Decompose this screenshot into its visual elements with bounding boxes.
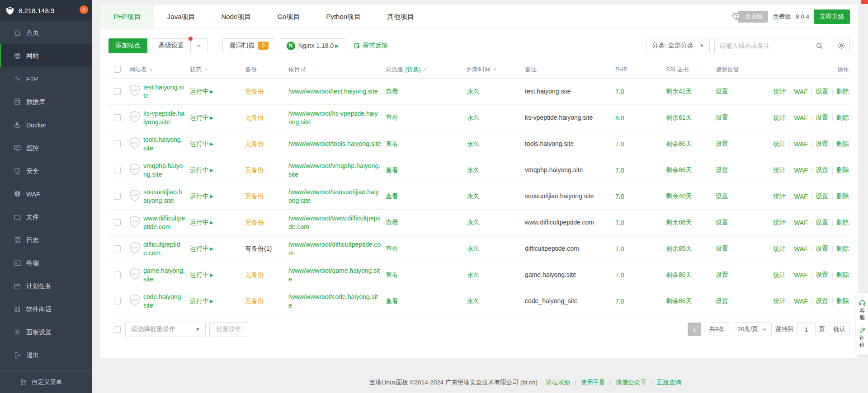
site-note[interactable]: sousuotijiao.haiyong.site: [525, 192, 594, 201]
row-checkbox[interactable]: [114, 88, 121, 95]
sidebar-item-4-database[interactable]: 数据库: [0, 90, 92, 113]
ssl-days-link[interactable]: 剩余86天: [666, 271, 692, 279]
action-设置-link[interactable]: 设置: [816, 114, 828, 122]
footer-link-使用手册[interactable]: 使用手册: [581, 379, 605, 386]
action-统计-link[interactable]: 统计: [773, 114, 786, 122]
action-设置-link[interactable]: 设置: [816, 88, 828, 96]
site-note[interactable]: game.haiyong.site: [525, 271, 576, 279]
action-删除-link[interactable]: 删除: [836, 114, 849, 122]
jump-page-input[interactable]: [797, 323, 816, 336]
action-删除-link[interactable]: 删除: [836, 271, 849, 279]
tab-Node项目[interactable]: Node项目: [208, 5, 264, 29]
site-status-running[interactable]: 运行中: [190, 192, 209, 201]
action-设置-link[interactable]: 设置: [816, 140, 828, 148]
php-version-link[interactable]: 7.0: [615, 193, 624, 200]
action-统计-link[interactable]: 统计: [773, 271, 786, 279]
backup-status-link[interactable]: 无备份: [245, 192, 264, 201]
action-删除-link[interactable]: 删除: [836, 192, 849, 201]
sidebar-item-5-docker[interactable]: Docker: [0, 113, 92, 136]
site-note[interactable]: code_haiyong_site: [525, 297, 578, 305]
backup-status-link[interactable]: 有备份(1): [245, 245, 272, 253]
sidebar-item-6-monitor[interactable]: 监控: [0, 136, 92, 159]
row-checkbox[interactable]: [114, 114, 121, 121]
ssl-days-link[interactable]: 剩余85天: [666, 245, 692, 253]
waf-shield-icon[interactable]: WAF: [129, 294, 140, 308]
ssl-days-link[interactable]: 剩余41天: [666, 88, 692, 96]
ssl-days-link[interactable]: 剩余86天: [666, 219, 692, 227]
sidebar-item-3-ftp-transfer[interactable]: FTP: [0, 67, 92, 90]
row-checkbox[interactable]: [114, 298, 121, 304]
traffic-view-link[interactable]: 查看: [386, 219, 398, 227]
webserver-button[interactable]: N Nginx 1.18.0 ▶: [280, 38, 345, 53]
alert-setting-link[interactable]: 设置: [716, 192, 728, 201]
site-status-running[interactable]: 运行中: [190, 271, 209, 279]
message-count-badge[interactable]: 0: [80, 5, 88, 14]
select-all-checkbox[interactable]: [114, 326, 121, 333]
php-version-link[interactable]: 7.0: [615, 298, 624, 305]
ssl-days-link[interactable]: 剩余86天: [666, 297, 692, 305]
feedback-link[interactable]: 需求反馈: [354, 42, 388, 50]
alert-setting-link[interactable]: 设置: [716, 114, 728, 122]
site-status-running[interactable]: 运行中: [190, 114, 209, 122]
site-note[interactable]: vmqphp.haiyong.site: [525, 166, 583, 174]
sidebar-item-10-log-file[interactable]: 日志: [0, 229, 92, 252]
alert-setting-link[interactable]: 设置: [716, 297, 728, 305]
row-checkbox[interactable]: [114, 140, 121, 147]
action-删除-link[interactable]: 删除: [836, 219, 849, 227]
action-删除-link[interactable]: 删除: [836, 88, 849, 96]
site-name-link[interactable]: sousuotijiao.haiyong.site: [143, 188, 185, 205]
action-设置-link[interactable]: 设置: [816, 245, 828, 253]
action-WAF-link[interactable]: WAF: [794, 193, 808, 200]
site-note[interactable]: www.difficultpeptide.com: [525, 218, 594, 227]
backup-status-link[interactable]: 无备份: [245, 271, 264, 279]
vulnerability-scan-button[interactable]: 漏洞扫描 0: [222, 38, 275, 53]
sidebar-item-13-app-store[interactable]: 软件商店: [0, 298, 92, 321]
backup-status-link[interactable]: 无备份: [245, 88, 264, 96]
waf-shield-icon[interactable]: WAF: [129, 84, 140, 98]
root-path-link[interactable]: /www/wwwroot/code.haiyong.site: [288, 293, 381, 310]
ssl-days-link[interactable]: 剩余61天: [666, 114, 692, 122]
sidebar-item-12-calendar[interactable]: 计划任务: [0, 275, 92, 298]
traffic-toggle-link[interactable]: (切换): [405, 66, 421, 74]
sidebar-item-11-terminal[interactable]: 终端: [0, 252, 92, 275]
ssl-days-link[interactable]: 剩余86天: [666, 166, 692, 174]
alert-setting-link[interactable]: 设置: [716, 271, 728, 279]
traffic-view-link[interactable]: 查看: [386, 192, 398, 201]
review-button[interactable]: 评价: [856, 324, 868, 351]
waf-shield-icon[interactable]: WAF: [129, 189, 140, 203]
traffic-view-link[interactable]: 查看: [386, 88, 398, 96]
sidebar-item-1-home[interactable]: 首页: [0, 21, 92, 44]
row-checkbox[interactable]: [114, 193, 121, 200]
action-删除-link[interactable]: 删除: [836, 245, 849, 253]
action-WAF-link[interactable]: WAF: [794, 219, 808, 226]
root-path-link[interactable]: /www/wwwroot/tools.haiyong.site: [288, 140, 381, 148]
action-设置-link[interactable]: 设置: [816, 166, 828, 174]
advanced-settings-button[interactable]: 高级设置: [152, 38, 190, 53]
site-status-running[interactable]: 运行中: [190, 219, 209, 227]
sidebar-item-8-shield-solid[interactable]: WAF: [0, 182, 92, 206]
row-checkbox[interactable]: [114, 219, 121, 226]
category-select[interactable]: 分类: 全部分类 ▼: [646, 38, 710, 53]
php-version-link[interactable]: 7.0: [615, 271, 624, 279]
site-note[interactable]: tools.haiyong.site: [525, 140, 574, 148]
row-checkbox[interactable]: [114, 167, 121, 173]
traffic-view-link[interactable]: 查看: [386, 297, 398, 305]
waf-shield-icon[interactable]: WAF: [129, 163, 140, 177]
php-version-link[interactable]: 7.0: [615, 140, 624, 148]
action-统计-link[interactable]: 统计: [773, 297, 786, 305]
site-name-link[interactable]: game.haiyong.site: [143, 267, 185, 284]
root-path-link[interactable]: /www/wwwroot/difficultpeptide.com: [288, 240, 381, 257]
action-WAF-link[interactable]: WAF: [794, 140, 808, 148]
tab-Python项目[interactable]: Python项目: [313, 5, 374, 29]
action-WAF-link[interactable]: WAF: [794, 245, 808, 253]
expire-link[interactable]: 永久: [467, 140, 480, 148]
action-设置-link[interactable]: 设置: [816, 219, 828, 227]
sidebar-item-15-logout[interactable]: 退出: [0, 344, 92, 367]
site-note[interactable]: test.haiyong.site: [525, 87, 571, 96]
advanced-settings-dropdown-button[interactable]: [190, 38, 208, 53]
php-version-link[interactable]: 7.0: [615, 245, 624, 253]
backup-status-link[interactable]: 无备份: [245, 140, 264, 148]
traffic-view-link[interactable]: 查看: [386, 114, 398, 122]
bulk-action-select[interactable]: 请选择批量操作 ▼: [125, 322, 206, 337]
action-统计-link[interactable]: 统计: [773, 245, 786, 253]
